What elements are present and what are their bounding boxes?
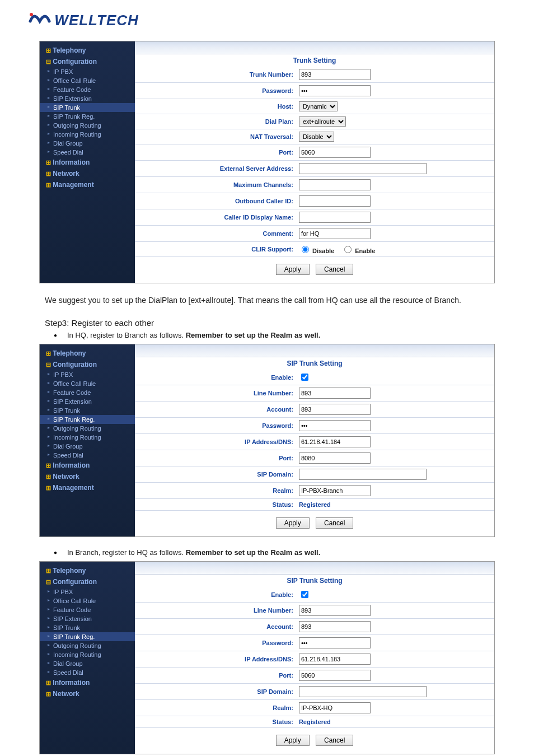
- sidebar-item-speed-dial[interactable]: Speed Dial: [40, 451, 135, 460]
- status-value: Registered: [297, 716, 494, 728]
- sidebar-item-sip-extension[interactable]: SIP Extension: [40, 397, 135, 406]
- sidebar-item-ip-pbx[interactable]: IP PBX: [40, 587, 135, 596]
- paragraph-dialplan-note: We suggest you to set up the DialPlan to…: [45, 292, 489, 308]
- label-maximum-channels: Maximum Channels:: [135, 177, 297, 193]
- sidebar-item-outgoing-routing[interactable]: Outgoing Routing: [40, 121, 135, 130]
- password-input[interactable]: [299, 637, 371, 648]
- minus-icon: ⊟: [45, 361, 51, 368]
- label-trunk-number: Trunk Number:: [135, 67, 297, 83]
- password-input[interactable]: [299, 420, 371, 431]
- sidebar-item-configuration[interactable]: ⊟ Configuration: [40, 56, 135, 67]
- sidebar-item-telephony[interactable]: ⊞ Telephony: [40, 45, 135, 56]
- header-gradient: [135, 41, 494, 54]
- step3-heading: Step3: Register to each other: [45, 318, 489, 328]
- sidebar-item-sip-trunk[interactable]: SIP Trunk: [40, 406, 135, 415]
- sidebar-item-outgoing-routing[interactable]: Outgoing Routing: [40, 424, 135, 433]
- content-sip-trunk-hq: SIP Trunk Setting Enable: Line Number: A…: [135, 344, 494, 536]
- content-sip-trunk-branch: SIP Trunk Setting Enable: Line Number: A…: [135, 562, 494, 754]
- sidebar-item-office-call-rule[interactable]: Office Call Rule: [40, 379, 135, 388]
- account-input[interactable]: [299, 404, 371, 415]
- sidebar-item-configuration[interactable]: ⊟ Configuration: [40, 576, 135, 587]
- apply-button[interactable]: Apply: [276, 264, 310, 275]
- sidebar-item-feature-code[interactable]: Feature Code: [40, 388, 135, 397]
- ip-address-dns-input[interactable]: [299, 436, 371, 447]
- sidebar-item-sip-trunk[interactable]: SIP Trunk: [40, 623, 135, 632]
- dial-plan-select[interactable]: ext+allroute: [299, 116, 346, 127]
- sidebar-item-ip-pbx[interactable]: IP PBX: [40, 67, 135, 76]
- cancel-button[interactable]: Cancel: [316, 517, 353, 529]
- sidebar-item-feature-code[interactable]: Feature Code: [40, 605, 135, 614]
- apply-button[interactable]: Apply: [276, 517, 310, 529]
- sidebar-item-incoming-routing[interactable]: Incoming Routing: [40, 433, 135, 442]
- bullet-hq: In HQ, register to Branch as follows. Re…: [67, 331, 489, 339]
- sidebar-item-network[interactable]: ⊞ Network: [40, 688, 135, 699]
- plus-icon: ⊞: [45, 47, 51, 54]
- sidebar-item-management[interactable]: ⊞ Management: [40, 179, 135, 190]
- sidebar-item-sip-trunk-reg[interactable]: SIP Trunk Reg.: [40, 112, 135, 121]
- sidebar-item-sip-extension[interactable]: SIP Extension: [40, 614, 135, 623]
- sidebar-item-information[interactable]: ⊞ Information: [40, 677, 135, 688]
- nat-traversal-select[interactable]: Disable: [299, 132, 334, 142]
- outbound-caller-id-input[interactable]: [299, 195, 371, 207]
- radio-icon[interactable]: [344, 246, 352, 253]
- sidebar-item-incoming-routing[interactable]: Incoming Routing: [40, 130, 135, 139]
- realm-input[interactable]: [299, 485, 371, 496]
- line-number-input[interactable]: [299, 605, 371, 616]
- sidebar-item-incoming-routing[interactable]: Incoming Routing: [40, 650, 135, 659]
- comment-input[interactable]: [299, 228, 371, 239]
- apply-button[interactable]: Apply: [276, 735, 310, 746]
- clir-disable-radio[interactable]: Disable: [299, 248, 334, 254]
- maximum-channels-input[interactable]: [299, 179, 371, 190]
- sidebar-item-sip-trunk-reg[interactable]: SIP Trunk Reg.: [40, 632, 135, 641]
- sidebar-item-information[interactable]: ⊞ Information: [40, 157, 135, 168]
- caller-id-display-name-input[interactable]: [299, 212, 371, 223]
- sidebar-item-telephony[interactable]: ⊞ Telephony: [40, 348, 135, 359]
- label-external-server-address: External Server Address:: [135, 161, 297, 177]
- sidebar-item-office-call-rule[interactable]: Office Call Rule: [40, 76, 135, 85]
- realm-input[interactable]: [299, 702, 371, 713]
- plus-icon: ⊞: [45, 679, 51, 687]
- enable-checkbox[interactable]: [301, 591, 308, 598]
- sidebar-item-sip-extension[interactable]: SIP Extension: [40, 94, 135, 103]
- sidebar-item-sip-trunk-reg[interactable]: SIP Trunk Reg.: [40, 415, 135, 424]
- sidebar-item-dial-group[interactable]: Dial Group: [40, 442, 135, 451]
- sidebar-item-management[interactable]: ⊞ Management: [40, 482, 135, 493]
- cancel-button[interactable]: Cancel: [316, 735, 353, 746]
- button-row: Apply Cancel: [135, 257, 494, 275]
- port-input[interactable]: [299, 147, 371, 158]
- sidebar-item-ip-pbx[interactable]: IP PBX: [40, 370, 135, 379]
- sidebar-item-office-call-rule[interactable]: Office Call Rule: [40, 596, 135, 605]
- sidebar-item-information[interactable]: ⊞ Information: [40, 460, 135, 471]
- host-select[interactable]: Dynamic: [299, 101, 338, 111]
- sidebar-item-speed-dial[interactable]: Speed Dial: [40, 668, 135, 677]
- sidebar-item-outgoing-routing[interactable]: Outgoing Routing: [40, 641, 135, 650]
- password-input[interactable]: [299, 85, 371, 96]
- port-input[interactable]: [299, 670, 371, 681]
- sidebar-item-network[interactable]: ⊞ Network: [40, 471, 135, 482]
- account-input[interactable]: [299, 621, 371, 632]
- plus-icon: ⊞: [45, 690, 51, 698]
- clir-enable-radio[interactable]: Enable: [341, 248, 375, 254]
- sidebar-item-network[interactable]: ⊞ Network: [40, 168, 135, 179]
- sidebar-item-feature-code[interactable]: Feature Code: [40, 85, 135, 94]
- radio-icon[interactable]: [302, 246, 309, 253]
- port-input[interactable]: [299, 452, 371, 464]
- ip-address-dns-input[interactable]: [299, 654, 371, 665]
- cancel-button[interactable]: Cancel: [316, 264, 353, 275]
- trunk-number-input[interactable]: [299, 69, 371, 80]
- enable-checkbox[interactable]: [301, 374, 308, 381]
- plus-icon: ⊞: [45, 484, 51, 492]
- sidebar-item-dial-group[interactable]: Dial Group: [40, 139, 135, 148]
- sip-domain-input[interactable]: [299, 469, 427, 480]
- line-number-input[interactable]: [299, 388, 371, 399]
- label-caller-id-display-name: Caller ID Display Name:: [135, 209, 297, 226]
- sidebar-item-dial-group[interactable]: Dial Group: [40, 659, 135, 668]
- sidebar-item-speed-dial[interactable]: Speed Dial: [40, 148, 135, 157]
- sidebar-item-telephony[interactable]: ⊞ Telephony: [40, 565, 135, 576]
- label-enable: Enable:: [135, 587, 297, 603]
- sidebar-item-configuration[interactable]: ⊟ Configuration: [40, 359, 135, 370]
- label-port: Port:: [135, 144, 297, 161]
- sip-domain-input[interactable]: [299, 686, 427, 697]
- external-server-address-input[interactable]: [299, 163, 427, 174]
- sidebar-item-sip-trunk[interactable]: SIP Trunk: [40, 103, 135, 112]
